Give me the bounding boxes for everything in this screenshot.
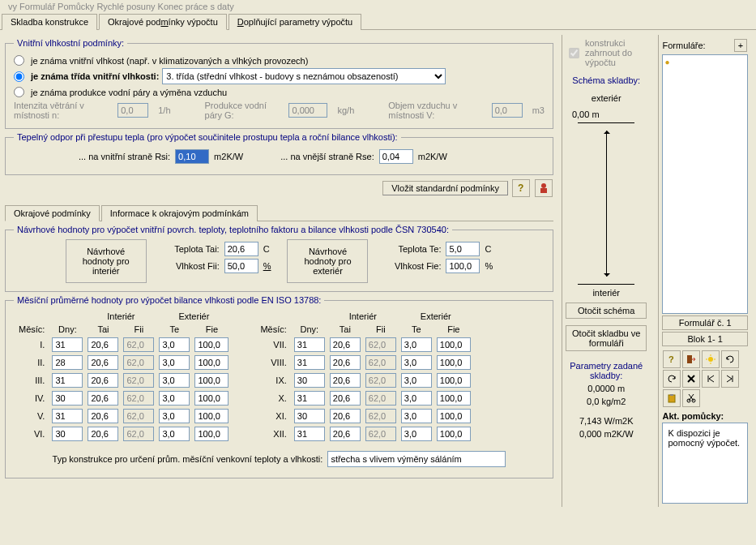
te-input[interactable]	[401, 427, 432, 441]
paste-icon[interactable]	[663, 389, 681, 407]
redo-icon[interactable]	[663, 370, 681, 388]
table-row: VII.	[255, 336, 472, 354]
te-input[interactable]	[401, 391, 432, 406]
days-input[interactable]	[52, 409, 83, 423]
days-input[interactable]	[52, 373, 83, 388]
delete-icon[interactable]	[682, 370, 700, 388]
tai-input[interactable]	[330, 373, 361, 388]
svg-point-1	[541, 183, 546, 188]
tab-doplnujici[interactable]: Doplňující parametry výpočtu	[229, 14, 361, 30]
tab-okrajove[interactable]: Okrajové podmínky výpočtu	[99, 14, 227, 30]
table-row: III.	[14, 371, 231, 389]
days-input[interactable]	[294, 337, 325, 352]
month-label: XII.	[255, 425, 291, 443]
month-col-left: InteriérExteriér Měsíc:Dny:TaiFiiTeFie I…	[14, 310, 231, 443]
tab-skladba[interactable]: Skladba konstrukce	[2, 14, 97, 30]
param-mass: 0,0 kg/m2	[587, 397, 626, 406]
te-input[interactable]	[401, 409, 432, 423]
svg-text:?: ?	[668, 354, 674, 364]
first-icon[interactable]	[702, 370, 720, 388]
exit-icon[interactable]	[682, 350, 700, 368]
humidity-class-select[interactable]: 3. třída (střední vlhkost - budovy s nez…	[162, 68, 446, 84]
insert-std-button[interactable]: Vložit standardní podmínky	[382, 181, 508, 195]
help-icon[interactable]: ?	[512, 179, 530, 197]
fie-input[interactable]	[437, 409, 471, 423]
radio-known-humidity[interactable]	[14, 55, 24, 66]
te-input[interactable]	[159, 391, 190, 406]
subtab-conditions[interactable]: Okrajové podmínky	[5, 205, 100, 221]
schema-int-label: interiér	[592, 288, 620, 298]
last-icon[interactable]	[721, 370, 739, 388]
help-icon[interactable]: ?	[663, 350, 681, 368]
fii-input[interactable]	[224, 259, 258, 273]
tai-input[interactable]	[330, 427, 361, 441]
fie-input[interactable]	[194, 427, 229, 441]
days-input[interactable]	[294, 427, 325, 441]
te-input[interactable]	[159, 337, 190, 352]
tai-input[interactable]	[330, 355, 361, 370]
subtab-info[interactable]: Informace k okrajovým podmínkám	[101, 205, 258, 221]
tai-input[interactable]	[330, 391, 361, 406]
te-input[interactable]	[401, 373, 432, 388]
te-input[interactable]	[401, 355, 432, 370]
month-label: XI.	[255, 407, 291, 425]
fie-input[interactable]	[194, 355, 229, 370]
schema-diagram	[578, 122, 634, 285]
tai-input[interactable]	[88, 337, 118, 352]
tai-input[interactable]	[330, 409, 361, 423]
monthly-legend: Měsíční průměrné hodnoty pro výpočet bil…	[14, 295, 324, 305]
days-input[interactable]	[52, 355, 83, 370]
tai-input[interactable]	[88, 373, 118, 388]
te-input[interactable]	[446, 242, 480, 256]
days-input[interactable]	[294, 391, 325, 406]
cut-icon[interactable]	[682, 389, 700, 407]
rsi-input[interactable]	[175, 149, 209, 164]
month-label: VII.	[255, 336, 291, 354]
tai-input[interactable]	[88, 391, 118, 406]
vol-unit: m3	[532, 105, 545, 115]
rotate-form-button[interactable]: Otočit skladbu ve formuláři	[566, 325, 647, 351]
days-input[interactable]	[294, 373, 325, 388]
svg-text:?: ?	[518, 182, 523, 194]
refresh-icon[interactable]	[721, 350, 739, 368]
days-input[interactable]	[52, 427, 83, 441]
month-label: VI.	[14, 425, 49, 443]
fie-input[interactable]	[437, 391, 471, 406]
form-list[interactable]: ●	[662, 54, 748, 314]
te-input[interactable]	[159, 355, 190, 370]
te-input[interactable]	[159, 373, 190, 388]
fie-input[interactable]	[194, 373, 229, 388]
constr-type-select[interactable]	[327, 451, 506, 467]
add-form-button[interactable]: +	[734, 39, 747, 52]
fie-input[interactable]	[437, 427, 471, 441]
fie-input[interactable]	[194, 337, 229, 352]
days-input[interactable]	[52, 337, 83, 352]
days-input[interactable]	[294, 409, 325, 423]
tai-input[interactable]	[88, 409, 118, 423]
fie-input[interactable]	[437, 355, 471, 370]
days-input[interactable]	[52, 391, 83, 406]
sun-icon[interactable]	[702, 350, 720, 368]
rotate-schema-button[interactable]: Otočit schéma	[566, 303, 647, 319]
svg-point-5	[708, 357, 713, 362]
vent-label: Intenzita větrání v místnosti n:	[14, 101, 108, 120]
rse-input[interactable]	[379, 149, 413, 164]
fie-input[interactable]	[194, 391, 229, 406]
radio-vapor-prod[interactable]	[14, 87, 24, 97]
tai-input[interactable]	[88, 427, 118, 441]
fie-input[interactable]	[446, 259, 480, 273]
person-icon[interactable]	[535, 179, 553, 197]
tai-input[interactable]	[330, 337, 361, 352]
te-input[interactable]	[159, 409, 190, 423]
tai-input[interactable]	[88, 355, 118, 370]
te-input[interactable]	[401, 337, 432, 352]
fie-input[interactable]	[194, 409, 229, 423]
fie-input[interactable]	[437, 373, 471, 388]
fii-input	[365, 391, 396, 406]
radio-humidity-class[interactable]	[14, 71, 24, 82]
fie-input[interactable]	[437, 337, 471, 352]
days-input[interactable]	[294, 355, 325, 370]
tai-input[interactable]	[224, 242, 258, 256]
block-number: Blok 1- 1	[662, 332, 748, 346]
te-input[interactable]	[159, 427, 190, 441]
